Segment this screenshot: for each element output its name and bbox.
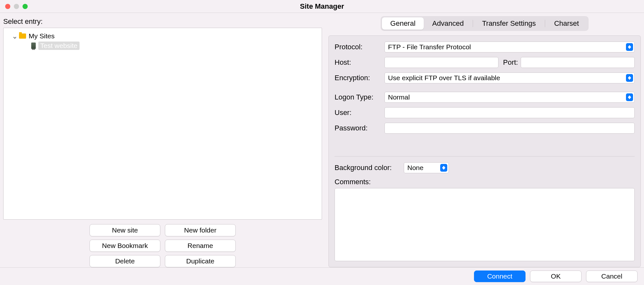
site-tree[interactable]: My Sites Test website: [3, 28, 322, 220]
tab-transfer-settings[interactable]: Transfer Settings: [474, 17, 544, 30]
folder-icon: [19, 33, 26, 39]
site-action-buttons: New site New folder New Bookmark Rename …: [3, 224, 322, 267]
tab-advanced[interactable]: Advanced: [424, 17, 472, 30]
window-minimize-button[interactable]: [14, 4, 19, 9]
comments-label: Comments:: [335, 178, 635, 186]
logon-type-value: Normal: [388, 93, 626, 101]
logon-type-label: Logon Type:: [335, 93, 384, 101]
host-input[interactable]: [384, 57, 498, 68]
dialog-footer: Connect OK Cancel: [0, 267, 644, 285]
connect-button[interactable]: Connect: [474, 271, 526, 282]
password-label: Password:: [335, 124, 384, 132]
cancel-button[interactable]: Cancel: [586, 271, 638, 282]
general-panel: Protocol: FTP - File Transfer Protocol H…: [328, 35, 641, 267]
logon-type-select[interactable]: Normal: [384, 92, 635, 103]
bg-color-value: None: [407, 164, 440, 172]
encryption-label: Encryption:: [335, 74, 384, 82]
tree-root-label: My Sites: [29, 32, 55, 40]
left-column: Select entry: My Sites Test website New …: [3, 16, 322, 267]
updown-icon: [626, 43, 633, 51]
protocol-value: FTP - File Transfer Protocol: [388, 43, 626, 51]
window-zoom-button[interactable]: [23, 4, 28, 9]
delete-button[interactable]: Delete: [90, 255, 160, 267]
tab-charset[interactable]: Charset: [546, 17, 587, 30]
server-icon: [31, 43, 36, 49]
window-title: Site Manager: [0, 2, 644, 11]
password-input[interactable]: [384, 123, 635, 134]
encryption-select[interactable]: Use explicit FTP over TLS if available: [384, 72, 635, 83]
encryption-value: Use explicit FTP over TLS if available: [388, 74, 626, 82]
panel-divider: [335, 156, 635, 157]
ok-button[interactable]: OK: [530, 271, 582, 282]
titlebar: Site Manager: [0, 0, 644, 13]
tab-bar: General Advanced Transfer Settings Chars…: [381, 16, 589, 31]
chevron-down-icon[interactable]: [13, 34, 17, 38]
bg-color-select[interactable]: None: [404, 162, 449, 173]
protocol-label: Protocol:: [335, 43, 384, 51]
port-input[interactable]: [521, 57, 635, 68]
port-label: Port:: [503, 58, 518, 67]
tab-separator: [545, 20, 545, 27]
select-entry-label: Select entry:: [3, 17, 322, 26]
comments-textarea[interactable]: [335, 188, 635, 261]
tab-separator: [473, 20, 473, 27]
tree-row-item[interactable]: Test website: [6, 41, 319, 51]
new-bookmark-button[interactable]: New Bookmark: [90, 240, 160, 252]
tree-item-label: Test website: [38, 42, 80, 50]
bg-color-label: Background color:: [335, 164, 404, 172]
host-label: Host:: [335, 58, 384, 67]
content: Select entry: My Sites Test website New …: [0, 13, 644, 267]
window-close-button[interactable]: [5, 4, 10, 9]
tree-row-root[interactable]: My Sites: [6, 31, 319, 41]
updown-icon: [440, 164, 447, 172]
traffic-lights: [5, 4, 28, 9]
new-site-button[interactable]: New site: [90, 224, 160, 236]
updown-icon: [626, 93, 633, 101]
updown-icon: [626, 74, 633, 82]
rename-button[interactable]: Rename: [165, 240, 236, 252]
right-column: General Advanced Transfer Settings Chars…: [328, 16, 641, 267]
protocol-select[interactable]: FTP - File Transfer Protocol: [384, 42, 635, 52]
user-input[interactable]: [384, 107, 635, 118]
new-folder-button[interactable]: New folder: [165, 224, 236, 236]
user-label: User:: [335, 109, 384, 117]
duplicate-button[interactable]: Duplicate: [165, 255, 236, 267]
tab-general[interactable]: General: [382, 17, 424, 30]
